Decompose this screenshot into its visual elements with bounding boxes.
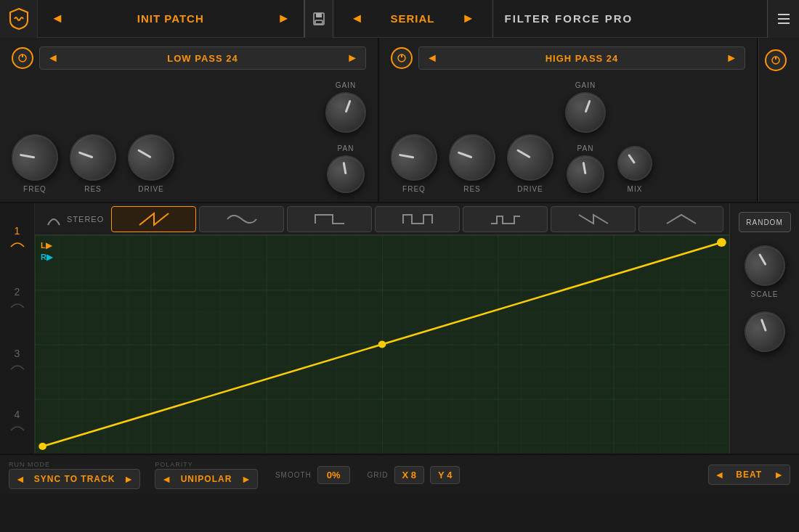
waveform-tab-sine[interactable] xyxy=(199,206,284,232)
scale-label: SCALE xyxy=(751,290,779,298)
filter-panel-3 xyxy=(758,38,799,202)
top-bar: ◄ INIT PATCH ► ◄ SERIAL ► FILTER FORCE P… xyxy=(0,0,799,38)
patch-name: INIT PATCH xyxy=(76,12,266,25)
filter1-drive-knob[interactable] xyxy=(121,128,181,187)
envelope-display[interactable]: L▶ R▶ xyxy=(35,235,729,454)
svg-rect-2 xyxy=(315,20,323,24)
polarity-prev-button[interactable]: ◄ xyxy=(155,472,177,486)
filter3-power-button[interactable] xyxy=(765,49,787,71)
waveform-tab-pulse[interactable] xyxy=(375,206,460,232)
patch-prev-button[interactable]: ◄ xyxy=(45,8,70,29)
lfo-main-area: STEREO xyxy=(35,203,729,454)
menu-button[interactable] xyxy=(767,0,799,38)
filter1-res-knob[interactable] xyxy=(61,126,124,189)
lfo-amount-knob[interactable] xyxy=(739,306,791,358)
stereo-label: STEREO xyxy=(67,215,104,224)
filter1-type-prev[interactable]: ◄ xyxy=(40,47,66,69)
svg-rect-1 xyxy=(316,13,322,17)
serial-next-button[interactable]: ► xyxy=(456,8,481,29)
filter1-gain-knob[interactable] xyxy=(323,89,370,136)
stereo-control[interactable]: STEREO xyxy=(41,210,108,228)
filter2-freq-knob[interactable] xyxy=(381,125,447,190)
waves-logo-icon xyxy=(7,7,31,30)
smooth-value: 0% xyxy=(317,466,350,484)
power-icon-3 xyxy=(771,55,781,65)
beat-prev-button[interactable]: ◄ xyxy=(709,467,731,482)
lfo-row-1: 1 xyxy=(9,225,25,248)
lfo-cycle-2-icon xyxy=(9,299,25,309)
filter1-freq-container: FREQ xyxy=(12,134,58,193)
beat-control: ◄ BEAT ► xyxy=(708,465,791,485)
filter1-drive-container: DRIVE xyxy=(128,134,174,193)
filter2-pan-knob[interactable] xyxy=(565,154,606,195)
square-alt-waveform-icon xyxy=(488,210,523,228)
save-button[interactable] xyxy=(304,0,333,38)
grid-section: GRID X 8 Y 4 xyxy=(368,466,461,484)
filter2-power-button[interactable] xyxy=(391,47,413,69)
filter2-knobs: FREQ RES DRIVE GAIN PAN MIX xyxy=(391,81,745,193)
beat-next-button[interactable]: ► xyxy=(768,467,790,482)
envelope-svg xyxy=(35,235,729,454)
polarity-label: POLARITY xyxy=(155,461,258,468)
filter-panels: ◄ LOW PASS 24 ► FREQ RES DRIVE GAIN P xyxy=(0,38,799,203)
stereo-cycle-icon xyxy=(45,210,62,228)
lfo-row-1-number: 1 xyxy=(15,225,20,237)
filter-panel-1: ◄ LOW PASS 24 ► FREQ RES DRIVE GAIN P xyxy=(0,38,379,202)
random-button[interactable]: RANDOM xyxy=(739,212,791,232)
filter2-res-knob[interactable] xyxy=(440,126,503,189)
filter1-pan-knob[interactable] xyxy=(325,154,366,195)
waveform-tab-square-wide[interactable] xyxy=(287,206,372,232)
filter2-type-prev[interactable]: ◄ xyxy=(419,47,445,69)
power-icon xyxy=(17,53,28,63)
polarity-value: UNIPOLAR xyxy=(177,474,235,484)
waveform-tab-ramp-down[interactable] xyxy=(551,206,636,232)
patch-section: ◄ INIT PATCH ► xyxy=(38,0,304,37)
filter2-gain-label: GAIN xyxy=(575,81,596,89)
filter1-freq-knob[interactable] xyxy=(2,125,68,190)
grid-x-value: X 8 xyxy=(394,466,425,484)
logo xyxy=(0,0,38,38)
lfo-row-3-number: 3 xyxy=(15,348,20,359)
lfo-cycle-3-icon xyxy=(9,361,25,371)
waveform-tab-sawtooth[interactable] xyxy=(111,206,196,232)
polarity-section: POLARITY ◄ UNIPOLAR ► xyxy=(155,461,258,489)
save-icon xyxy=(312,12,326,26)
r-label: R▶ xyxy=(41,253,52,262)
scale-knob[interactable] xyxy=(737,238,792,293)
beat-value: BEAT xyxy=(730,470,768,480)
polarity-control: ◄ UNIPOLAR ► xyxy=(155,469,258,489)
square-wide-waveform-icon xyxy=(312,210,347,228)
waveform-tab-square-alt[interactable] xyxy=(463,206,548,232)
filter2-gain-knob[interactable] xyxy=(562,89,609,136)
filter2-type-nav: ◄ HIGH PASS 24 ► xyxy=(418,46,745,70)
plugin-title: FILTER FORCE PRO xyxy=(493,12,768,25)
filter1-type-next[interactable]: ► xyxy=(339,47,365,69)
filter2-drive-knob[interactable] xyxy=(500,128,560,187)
filter1-drive-label: DRIVE xyxy=(138,185,164,193)
run-mode-section: RUN MODE ◄ SYNC TO TRACK ► xyxy=(9,461,140,489)
filter1-knobs: FREQ RES DRIVE GAIN PAN xyxy=(12,81,366,193)
serial-prev-button[interactable]: ◄ xyxy=(345,8,370,29)
waveform-tab-triangle[interactable] xyxy=(638,206,723,232)
filter2-type-next[interactable]: ► xyxy=(718,47,745,69)
grid-y-value: Y 4 xyxy=(430,466,460,484)
filter1-gain-label: GAIN xyxy=(336,81,356,89)
waveform-tabs-bar: STEREO xyxy=(35,203,729,235)
filter2-freq-container: FREQ xyxy=(391,134,437,193)
scale-control: SCALE xyxy=(745,245,785,298)
filter1-freq-label: FREQ xyxy=(23,185,46,193)
sync-next-button[interactable]: ► xyxy=(118,472,139,486)
patch-next-button[interactable]: ► xyxy=(272,8,296,29)
lfo-row-4-number: 4 xyxy=(15,409,20,420)
filter1-res-container: RES xyxy=(70,134,116,193)
lfo-right-panel: RANDOM SCALE xyxy=(729,203,799,454)
filter1-power-button[interactable] xyxy=(12,47,33,69)
filter2-mix-knob[interactable] xyxy=(614,142,657,185)
polarity-next-button[interactable]: ► xyxy=(235,472,257,486)
filter2-type-name: HIGH PASS 24 xyxy=(445,53,718,64)
filter-panel-2: ◄ HIGH PASS 24 ► FREQ RES DRIVE GAIN PAN xyxy=(379,38,758,202)
power-icon-2 xyxy=(397,53,407,63)
sync-prev-button[interactable]: ◄ xyxy=(9,472,31,486)
run-mode-label: RUN MODE xyxy=(9,461,140,468)
sine-waveform-icon xyxy=(224,210,259,228)
